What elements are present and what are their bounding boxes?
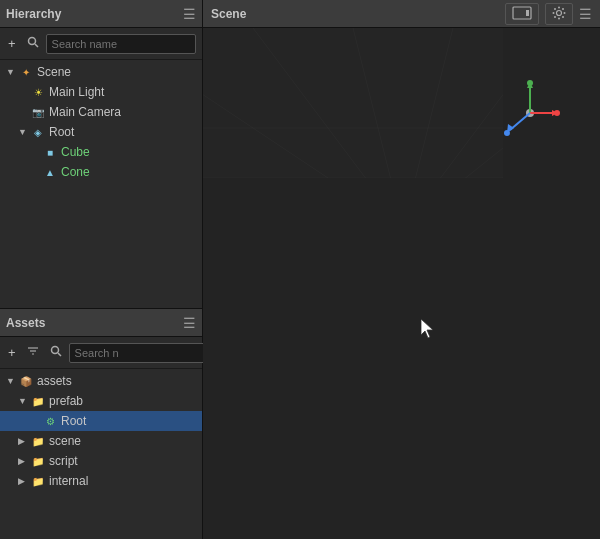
script-folder-label: script bbox=[49, 454, 78, 468]
root-label: Root bbox=[49, 125, 74, 139]
cube-icon: ■ bbox=[42, 144, 58, 160]
svg-rect-8 bbox=[526, 10, 529, 16]
svg-point-16 bbox=[562, 8, 564, 10]
scene-title: Scene bbox=[211, 7, 246, 21]
left-panel: Hierarchy ☰ + ⇲ ↻ ▼ bbox=[0, 0, 203, 539]
display-icon bbox=[512, 6, 532, 20]
hierarchy-add-button[interactable]: + bbox=[4, 34, 20, 53]
arrow-internal-folder: ▶ bbox=[18, 476, 30, 486]
svg-point-9 bbox=[557, 10, 562, 15]
assets-search-button[interactable] bbox=[46, 343, 66, 362]
scene-folder-label: scene bbox=[49, 434, 81, 448]
main-light-label: Main Light bbox=[49, 85, 104, 99]
tree-item-root[interactable]: ▼ ◈ Root bbox=[0, 122, 202, 142]
internal-folder-label: internal bbox=[49, 474, 88, 488]
tree-item-main-light[interactable]: ☀ Main Light bbox=[0, 82, 202, 102]
scene-viewport[interactable] bbox=[203, 28, 600, 539]
main-layout: Hierarchy ☰ + ⇲ ↻ ▼ bbox=[0, 0, 600, 539]
prefab-folder-icon: 📁 bbox=[30, 393, 46, 409]
internal-folder-icon: 📁 bbox=[30, 473, 46, 489]
scene-display-button[interactable] bbox=[505, 3, 539, 25]
cursor-svg bbox=[421, 319, 437, 339]
assets-filter-button[interactable] bbox=[23, 343, 43, 362]
assets-root-label: assets bbox=[37, 374, 72, 388]
tree-item-script-folder[interactable]: ▶ 📁 script bbox=[0, 451, 202, 471]
svg-point-70 bbox=[504, 130, 510, 136]
svg-line-1 bbox=[35, 44, 38, 47]
svg-marker-71 bbox=[421, 319, 433, 338]
hierarchy-toolbar: + ⇲ ↻ bbox=[0, 28, 202, 60]
prefab-label: prefab bbox=[49, 394, 83, 408]
svg-line-6 bbox=[58, 353, 61, 356]
scene-gizmo[interactable] bbox=[500, 78, 560, 138]
arrow-prefab: ▼ bbox=[18, 396, 30, 406]
hierarchy-title: Hierarchy bbox=[6, 7, 61, 21]
cursor-indicator bbox=[421, 319, 437, 342]
assets-add-button[interactable]: + bbox=[4, 343, 20, 362]
assets-section: Assets ☰ + bbox=[0, 309, 202, 539]
svg-point-0 bbox=[28, 38, 35, 45]
gameobject-icon: ◈ bbox=[30, 124, 46, 140]
search-icon bbox=[27, 36, 39, 48]
assets-menu-icon[interactable]: ☰ bbox=[183, 315, 196, 331]
arrow-assets: ▼ bbox=[6, 376, 18, 386]
svg-point-15 bbox=[562, 16, 564, 18]
scene-section: Scene bbox=[203, 0, 600, 539]
hierarchy-search-button[interactable] bbox=[23, 34, 43, 53]
main-camera-label: Main Camera bbox=[49, 105, 121, 119]
hierarchy-tree: ▼ ✦ Scene ☀ Main Light 📷 Main Camera bbox=[0, 60, 202, 308]
hierarchy-header: Hierarchy ☰ bbox=[0, 0, 202, 28]
cone-icon: ▲ bbox=[42, 164, 58, 180]
assets-root-icon: 📦 bbox=[18, 373, 34, 389]
tree-item-main-camera[interactable]: 📷 Main Camera bbox=[0, 102, 202, 122]
camera-icon: 📷 bbox=[30, 104, 46, 120]
gizmo-svg bbox=[500, 78, 560, 138]
cube-label: Cube bbox=[61, 145, 90, 159]
script-folder-icon: 📁 bbox=[30, 453, 46, 469]
tree-item-cone[interactable]: ▲ Cone bbox=[0, 162, 202, 182]
svg-point-11 bbox=[558, 17, 560, 19]
assets-tree: ▼ 📦 assets ▼ 📁 prefab ⚙ Root bbox=[0, 369, 202, 539]
arrow-script-folder: ▶ bbox=[18, 456, 30, 466]
assets-title: Assets bbox=[6, 316, 45, 330]
svg-point-69 bbox=[554, 110, 560, 116]
arrow-root: ▼ bbox=[18, 127, 30, 137]
scene-toolbar: ☰ bbox=[505, 3, 592, 25]
arrow-scene: ▼ bbox=[6, 67, 18, 77]
scene-header: Scene bbox=[203, 0, 600, 28]
tree-item-prefab[interactable]: ▼ 📁 prefab bbox=[0, 391, 202, 411]
arrow-scene-folder: ▶ bbox=[18, 436, 30, 446]
assets-search-icon bbox=[50, 345, 62, 357]
svg-point-17 bbox=[554, 16, 556, 18]
scene-folder-icon: 📁 bbox=[30, 433, 46, 449]
tree-item-scene[interactable]: ▼ ✦ Scene bbox=[0, 62, 202, 82]
hierarchy-section: Hierarchy ☰ + ⇲ ↻ ▼ bbox=[0, 0, 202, 309]
cone-label: Cone bbox=[61, 165, 90, 179]
hierarchy-menu-icon[interactable]: ☰ bbox=[183, 6, 196, 22]
root-prefab-label: Root bbox=[61, 414, 86, 428]
assets-search-input[interactable] bbox=[69, 343, 219, 363]
root-prefab-icon: ⚙ bbox=[42, 413, 58, 429]
svg-point-5 bbox=[51, 347, 58, 354]
scene-icon: ✦ bbox=[18, 64, 34, 80]
scene-settings-button[interactable] bbox=[545, 3, 573, 25]
settings-icon bbox=[552, 6, 566, 20]
scene-menu-icon[interactable]: ☰ bbox=[579, 6, 592, 22]
filter-icon bbox=[27, 345, 39, 357]
svg-point-12 bbox=[553, 12, 555, 14]
tree-item-scene-folder[interactable]: ▶ 📁 scene bbox=[0, 431, 202, 451]
scene-label: Scene bbox=[37, 65, 71, 79]
svg-point-14 bbox=[554, 8, 556, 10]
svg-point-13 bbox=[564, 12, 566, 14]
assets-header: Assets ☰ bbox=[0, 309, 202, 337]
assets-toolbar: + ⇲ ↻ bbox=[0, 337, 202, 369]
hierarchy-search-input[interactable] bbox=[46, 34, 196, 54]
tree-item-internal-folder[interactable]: ▶ 📁 internal bbox=[0, 471, 202, 491]
tree-item-assets[interactable]: ▼ 📦 assets bbox=[0, 371, 202, 391]
tree-item-root-prefab[interactable]: ⚙ Root bbox=[0, 411, 202, 431]
tree-item-cube[interactable]: ■ Cube bbox=[0, 142, 202, 162]
light-icon: ☀ bbox=[30, 84, 46, 100]
scene-grid bbox=[203, 28, 503, 178]
svg-rect-20 bbox=[203, 28, 503, 178]
svg-point-68 bbox=[527, 80, 533, 86]
